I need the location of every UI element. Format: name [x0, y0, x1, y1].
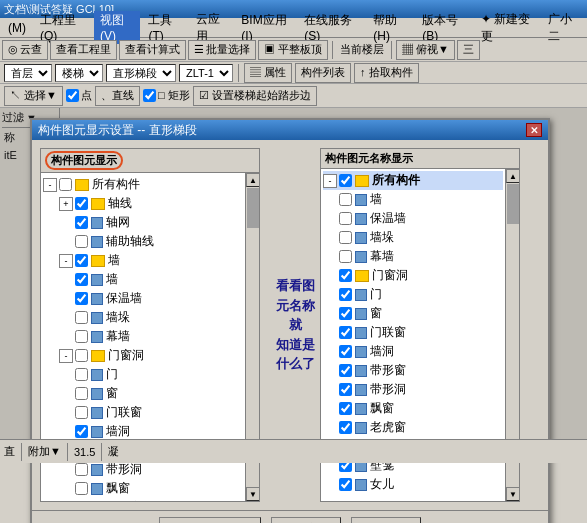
cb-left-insulate[interactable]: [75, 292, 88, 305]
cb-right-all[interactable]: [339, 174, 352, 187]
tree-right-doorwin[interactable]: 门窗洞: [323, 266, 503, 285]
tree-right-laohu[interactable]: 老虎窗: [323, 418, 503, 437]
tree-right-nver[interactable]: 女儿: [323, 475, 503, 494]
right-scroll-down-arrow[interactable]: ▼: [506, 487, 519, 501]
tree-left-window[interactable]: 窗: [43, 384, 243, 403]
scroll-up-arrow[interactable]: ▲: [246, 173, 259, 187]
tree-right-all[interactable]: - 所有构件: [323, 171, 503, 190]
tree-right-daixing[interactable]: 带形窗: [323, 361, 503, 380]
cb-left-banddong[interactable]: [75, 463, 88, 476]
right-scroll-thumb[interactable]: [507, 184, 519, 224]
tree-right-wall[interactable]: 墙: [323, 190, 503, 209]
tree-left-wallpier[interactable]: 墙垛: [43, 308, 243, 327]
cb-left-wall-group[interactable]: [75, 254, 88, 267]
expand-right-all-icon[interactable]: -: [323, 174, 337, 188]
tree-right-insulate[interactable]: 保温墙: [323, 209, 503, 228]
btn-chakan[interactable]: 查看工程里: [50, 40, 117, 60]
tree-left-laohu[interactable]: 老虎窗: [43, 498, 243, 501]
tree-left-piao[interactable]: 飘窗: [43, 479, 243, 498]
cb-right-curtain[interactable]: [339, 250, 352, 263]
reset-default-button[interactable]: 恢复默认值: [159, 517, 261, 523]
select-shape[interactable]: 直形梯段: [106, 64, 176, 82]
expand-all-icon[interactable]: -: [43, 178, 57, 192]
cb-right-daixing[interactable]: [339, 364, 352, 377]
scroll-down-arrow[interactable]: ▼: [246, 487, 259, 501]
cb-right-piao[interactable]: [339, 402, 352, 415]
btn-zhiqujian[interactable]: ↑ 拾取构件: [354, 63, 419, 83]
btn-shuxing[interactable]: ▤ 属性: [244, 63, 292, 83]
cb-left-window[interactable]: [75, 387, 88, 400]
right-scroll-up-arrow[interactable]: ▲: [506, 169, 519, 183]
cb-left-door[interactable]: [75, 368, 88, 381]
menu-new[interactable]: ✦ 新建变更: [475, 10, 540, 46]
cb-right-doorwin[interactable]: [339, 269, 352, 282]
scroll-thumb[interactable]: [247, 188, 259, 228]
tree-left-insulate[interactable]: 保温墙: [43, 289, 243, 308]
cb-right-insulate[interactable]: [339, 212, 352, 225]
btn-xuanze[interactable]: ↖ 选择▼: [4, 86, 63, 106]
cb-left-piao[interactable]: [75, 482, 88, 495]
tree-right-wallpier[interactable]: 墙垛: [323, 228, 503, 247]
cb-right-nver[interactable]: [339, 478, 352, 491]
cb-left-wallpier[interactable]: [75, 311, 88, 324]
cb-left-menlian[interactable]: [75, 406, 88, 419]
btn-piliang[interactable]: ☰ 批量选择: [188, 40, 256, 60]
cb-right-qiangdong[interactable]: [339, 345, 352, 358]
cb-left-axisnet[interactable]: [75, 216, 88, 229]
tree-left-curtain[interactable]: 幕墙: [43, 327, 243, 346]
tree-right-door[interactable]: 门: [323, 285, 503, 304]
btn-goujianliebiao[interactable]: 构件列表: [295, 63, 351, 83]
btn-san[interactable]: 三: [457, 40, 480, 60]
tree-right-piao[interactable]: 飘窗: [323, 399, 503, 418]
tree-right-menlian[interactable]: 门联窗: [323, 323, 503, 342]
menu-m[interactable]: (M): [2, 20, 32, 36]
confirm-button[interactable]: 确定: [271, 517, 341, 523]
cb-right-daixingdong[interactable]: [339, 383, 352, 396]
cb-right-menlian[interactable]: [339, 326, 352, 339]
tree-right-window[interactable]: 窗: [323, 304, 503, 323]
tree-left-door[interactable]: 门: [43, 365, 243, 384]
cb-left-wall[interactable]: [75, 273, 88, 286]
cb-left-all[interactable]: [59, 178, 72, 191]
cb-left-walldong[interactable]: [75, 425, 88, 438]
cb-right-door[interactable]: [339, 288, 352, 301]
expand-axis-icon[interactable]: +: [59, 197, 73, 211]
tree-left-all[interactable]: - 所有构件: [43, 175, 243, 194]
cb-dian[interactable]: [66, 89, 79, 102]
cancel-button[interactable]: 取消: [351, 517, 421, 523]
tree-left-wall[interactable]: 墙: [43, 270, 243, 289]
item-wall-icon: [91, 274, 103, 286]
btn-zhixian[interactable]: 、直线: [95, 86, 140, 106]
expand-wall-icon[interactable]: -: [59, 254, 73, 268]
tree-left-axis[interactable]: + 轴线: [43, 194, 243, 213]
expand-doorwin-icon[interactable]: -: [59, 349, 73, 363]
dialog-close-button[interactable]: ✕: [526, 123, 542, 137]
select-floor[interactable]: 首层: [4, 64, 52, 82]
cb-right-window[interactable]: [339, 307, 352, 320]
tree-left-wall-group[interactable]: - 墙: [43, 251, 243, 270]
cb-left-axis[interactable]: [75, 197, 88, 210]
select-code[interactable]: ZLT-1: [179, 64, 233, 82]
menu-zoom[interactable]: 广小二: [542, 10, 585, 46]
btn-yuncha[interactable]: ◎ 云查: [2, 40, 48, 60]
tree-right-daixingdong[interactable]: 带形洞: [323, 380, 503, 399]
tree-left-doorwin-group[interactable]: - 门窗洞: [43, 346, 243, 365]
tree-right-curtain[interactable]: 幕墙: [323, 247, 503, 266]
cb-juxing[interactable]: [143, 89, 156, 102]
tree-right-qiangdong[interactable]: 墙洞: [323, 342, 503, 361]
btn-jisuan[interactable]: 查看计算式: [119, 40, 186, 60]
tree-left-menlian[interactable]: 门联窗: [43, 403, 243, 422]
btn-shejilou[interactable]: ☑ 设置楼梯起始踏步边: [193, 86, 317, 106]
cb-right-laohu[interactable]: [339, 421, 352, 434]
btn-pingban[interactable]: ▣ 平整板顶: [258, 40, 328, 60]
tree-left-axisnet[interactable]: 轴网: [43, 213, 243, 232]
status-fujia[interactable]: 附加▼: [28, 444, 61, 459]
tree-left-auxaxis[interactable]: 辅助轴线: [43, 232, 243, 251]
cb-right-wallpier[interactable]: [339, 231, 352, 244]
btn-fuju[interactable]: ▦ 俯视▼: [396, 40, 455, 60]
cb-left-auxaxis[interactable]: [75, 235, 88, 248]
cb-left-curtain[interactable]: [75, 330, 88, 343]
cb-left-doorwin-group[interactable]: [75, 349, 88, 362]
cb-right-wall[interactable]: [339, 193, 352, 206]
select-type[interactable]: 楼梯: [55, 64, 103, 82]
